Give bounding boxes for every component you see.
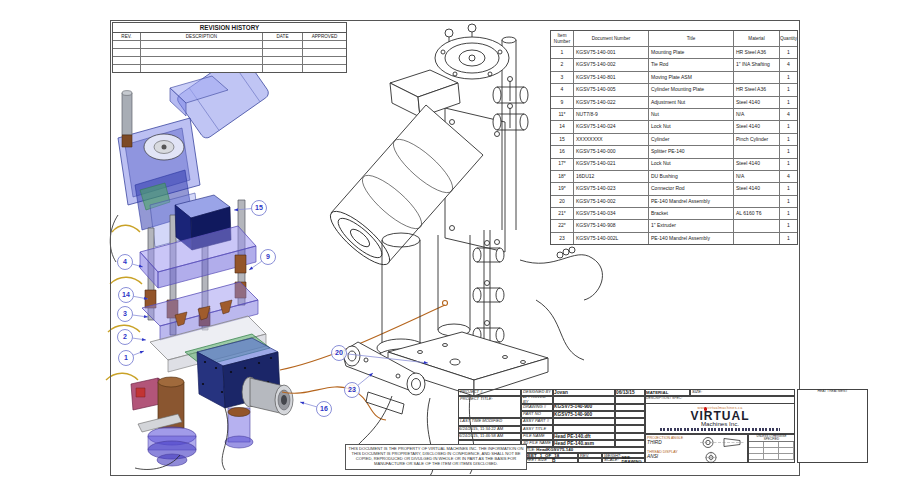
bom-cell: 1 xyxy=(780,121,797,132)
bom-table: Item NumberDocument NumberTitleMaterialQ… xyxy=(550,30,798,245)
bom-row: 9KGSV75-140-022Adjustment NutSteel 41401 xyxy=(551,97,797,109)
bom-row: 20KGSV75-140-002PE-140 Mandrel Assembly1 xyxy=(551,196,797,208)
bom-cell: 23 xyxy=(551,233,574,244)
projection-angle-value: THIRD xyxy=(647,440,683,446)
bom-cell: Steel 4140 xyxy=(734,183,780,194)
size-cell: SIZE: xyxy=(690,389,795,396)
tolerance-box: UNLESS OTHERWISE SPECIFIED xyxy=(748,434,795,463)
bom-cell: PE-140 Mandrel Assembly xyxy=(649,196,734,207)
bom-col-header: Item Number xyxy=(551,31,574,46)
title-block-cell xyxy=(615,396,645,403)
thread-display-icon xyxy=(704,451,718,464)
bom-cell: KGSV75-140-005 xyxy=(574,84,649,95)
bom-cell: 15 xyxy=(551,134,574,145)
bom-cell: 17* xyxy=(551,159,574,170)
title-block-cell: FILE NAME xyxy=(521,433,553,440)
bom-cell: AL 6160 T6 xyxy=(734,208,780,219)
revision-header-row: REV.DESCRIPTIONDATEAPPROVED xyxy=(113,33,346,41)
bom-cell: 1 xyxy=(780,146,797,157)
disclaimer-note: THIS DOCUMENT IS THE PROPERTY OF VIRTUAL… xyxy=(345,444,527,470)
bom-cell: Steel 4140 xyxy=(734,97,780,108)
tolerance-grid xyxy=(749,441,794,460)
bom-row: 14KGSV75-140-024Lock NutSteel 41401 xyxy=(551,121,797,133)
bom-cell: Lock Nut xyxy=(649,159,734,170)
bom-header-row: Item NumberDocument NumberTitleMaterialQ… xyxy=(551,31,797,47)
bom-cell: Nut xyxy=(649,109,734,120)
revision-col-header: DESCRIPTION xyxy=(141,33,263,40)
revision-cell xyxy=(303,57,346,64)
bom-col-header: Title xyxy=(649,31,734,46)
revision-col-header: REV. xyxy=(113,33,141,40)
title-block-cell: Head PE-140.asm xyxy=(553,440,615,447)
bom-row: 1KGSV75-140-001Mounting PlateHR Steel A3… xyxy=(551,47,797,59)
revision-col-header: DATE xyxy=(263,33,303,40)
last-modified-label: LAST TIME MODIFIED xyxy=(459,418,503,423)
bom-cell: 1 xyxy=(551,47,574,58)
title-block-cell: APPROVED BY xyxy=(521,396,553,403)
revision-cell xyxy=(303,65,346,72)
revision-row xyxy=(113,65,346,72)
bom-cell: KGSV75-140-908 xyxy=(574,220,649,231)
bom-cell: NUT7/8-9 xyxy=(574,109,649,120)
bom-cell: Cylinder xyxy=(649,134,734,145)
material-label: MATERIAL xyxy=(646,390,668,395)
company-tagline xyxy=(660,428,780,431)
bom-row: 16KGSV75-140-000Splitter PE-1401 xyxy=(551,146,797,158)
bom-cell: 1 xyxy=(780,183,797,194)
sheet-size-value: B xyxy=(552,458,555,464)
bom-cell: KGSV75-140-002 xyxy=(574,196,649,207)
bom-cell: Moving Plate ASM xyxy=(649,72,734,83)
bom-col-header: Document Number xyxy=(574,31,649,46)
bom-cell: 1 xyxy=(780,72,797,83)
bom-cell xyxy=(734,72,780,83)
title-block-cell xyxy=(553,396,615,403)
scale-cell: SCALE: SEE DRAWING xyxy=(602,458,645,463)
bom-cell: Lock Nut xyxy=(649,121,734,132)
bom-cell: 4 xyxy=(780,59,797,70)
bom-cell: Pinch Cylinder xyxy=(734,134,780,145)
title-block-row: PART NOKGSV75-140-900 xyxy=(521,411,645,418)
title-block-cell: 06/13/15 xyxy=(615,389,645,396)
revision-cell xyxy=(141,57,263,64)
engineering-drawing-sheet: { "revision_table": { "title": "REVISION… xyxy=(0,0,900,498)
bom-cell: KGSV75-140-034 xyxy=(574,208,649,219)
bom-cell: 11* xyxy=(551,109,574,120)
revision-col-header: APPROVED xyxy=(303,33,346,40)
bom-cell: 3 xyxy=(551,72,574,83)
bom-cell: 1 xyxy=(780,97,797,108)
bom-cell: 18* xyxy=(551,171,574,182)
title-block-row: DESIGNED BYJovan06/13/15 xyxy=(521,389,645,396)
revision-row xyxy=(113,41,346,49)
bom-cell: 1 xyxy=(780,134,797,145)
bom-row: 15XXXXXXXXCylinderPinch Cylinder1 xyxy=(551,134,797,146)
project-title-cell: PROJECT TITLE: xyxy=(458,396,521,418)
revision-cell xyxy=(263,41,303,48)
title-block-cell: DESIGNED BY xyxy=(521,389,553,396)
bom-cell: 9 xyxy=(551,97,574,108)
title-block-cell: ASSY PART # xyxy=(521,418,553,425)
sheet-size-cell: SHEET SIZE B xyxy=(521,458,578,463)
bom-cell: KGSV75-140-022 xyxy=(574,97,649,108)
thread-display-value: ANSI xyxy=(647,454,678,460)
title-block-row: 3D FILE NAMEHead PE-140.asm xyxy=(521,440,645,447)
title-block-cell xyxy=(615,404,645,411)
revision-cell xyxy=(113,41,141,48)
bom-cell: 1 xyxy=(780,84,797,95)
title-block-cell xyxy=(615,418,645,425)
revision-cell xyxy=(113,49,141,56)
company-logo: www.virtualmachines.ca VIRTUAL Machines … xyxy=(645,403,795,434)
bom-cell: 21* xyxy=(551,208,574,219)
bom-cell: 1 xyxy=(780,47,797,58)
bom-cell: 1 xyxy=(780,233,797,244)
revision-cell xyxy=(263,65,303,72)
bom-cell: 1" INA Shafting xyxy=(734,59,780,70)
bom-cell: 20 xyxy=(551,196,574,207)
bom-cell: 1 xyxy=(780,196,797,207)
bom-cell: XXXXXXXX xyxy=(574,134,649,145)
company-name: VIRTUAL xyxy=(690,410,749,422)
bom-cell xyxy=(734,233,780,244)
material-cell: MATERIAL xyxy=(645,389,690,396)
bom-cell: Cylinder Mounting Plate xyxy=(649,84,734,95)
revision-history-table: REVISION HISTORY REV.DESCRIPTIONDATEAPPR… xyxy=(112,22,347,73)
revision-cell xyxy=(263,57,303,64)
